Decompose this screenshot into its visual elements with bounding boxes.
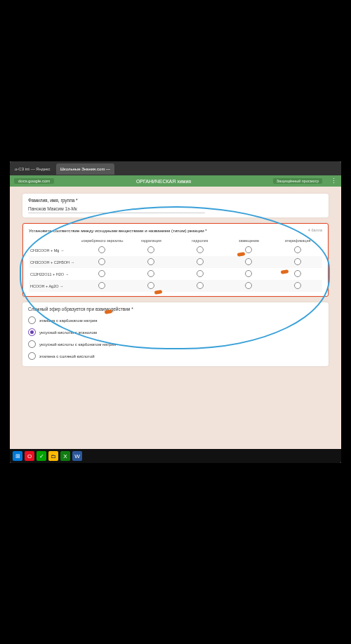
browser-tab-active[interactable]: Школьные Знания.com — [56, 163, 115, 175]
row-header: C12H22O11 + H2O → [29, 268, 78, 280]
radio-icon [28, 352, 36, 360]
radio-icon [28, 316, 36, 324]
row-header: CH3COOH + Mg → [29, 244, 78, 256]
address-bar: docs.google.com ОРГАНИЧЕСКАЯ химия Защищ… [10, 175, 341, 187]
name-card: Фамилия, имя, группа * [22, 194, 329, 217]
matrix-radio[interactable] [147, 282, 154, 289]
matrix-radio[interactable] [294, 270, 301, 277]
matrix-radio[interactable] [197, 282, 204, 289]
matrix-radio[interactable] [98, 258, 105, 265]
matrix-radio[interactable] [98, 270, 105, 277]
matrix-question: Установите соответствие между исходными … [29, 228, 322, 233]
radio-icon-selected [28, 328, 36, 336]
screenshot-region: о-С3 int — Яндекс Школьные Знания.com — … [10, 161, 341, 463]
name-label: Фамилия, имя, группа * [28, 198, 323, 203]
matrix-radio[interactable] [147, 258, 154, 265]
url-box[interactable]: docs.google.com [14, 178, 54, 184]
tab-label: о-С3 int — Яндекс [15, 167, 51, 171]
app-icon[interactable]: ✓ [37, 451, 46, 461]
matrix-radio[interactable] [147, 246, 154, 253]
q2-option[interactable]: уксусной кислоты с карбонатом натрия [28, 338, 323, 350]
tab-label: Школьные Знания.com — [60, 167, 111, 171]
folder-icon[interactable]: 🗀 [48, 451, 58, 461]
option-label: уксусной кислоты с карбонатом натрия [39, 342, 116, 347]
matrix-radio[interactable] [245, 246, 252, 253]
q2-option-selected[interactable]: уксусной кислоты с этанолом [28, 326, 323, 338]
taskbar: ⊞ O ✓ 🗀 X W [10, 449, 341, 463]
q2-option[interactable]: этанола с карбонатом натрия [28, 314, 323, 326]
option-label: этанола с карбонатом натрия [39, 318, 97, 323]
start-icon[interactable]: ⊞ [13, 451, 22, 461]
q2-question: Сложный эфир образуется при взаимодейств… [28, 307, 323, 311]
option-label: уксусной кислоты с этанолом [39, 330, 97, 335]
radio-icon [28, 340, 36, 348]
col-header: гидратация [126, 237, 176, 244]
q2-card: Сложный эфир образуется при взаимодейств… [22, 302, 329, 366]
name-input[interactable] [28, 205, 205, 213]
matrix-radio[interactable] [294, 258, 301, 265]
tab-strip: о-С3 int — Яндекс Школьные Знания.com — [10, 161, 341, 175]
matrix-radio[interactable] [294, 282, 301, 289]
form-title: ОРГАНИЧЕСКАЯ химия [54, 179, 272, 184]
matrix-radio[interactable] [245, 270, 252, 277]
menu-icon[interactable]: ⋮ [331, 177, 337, 185]
row-header: CH3COOH + C2H5OH → [29, 256, 78, 268]
col-header: этерификация [273, 237, 322, 244]
matrix-radio[interactable] [245, 282, 252, 289]
col-header: гидролиз [176, 237, 225, 244]
opera-icon[interactable]: O [25, 451, 34, 461]
matrix-radio[interactable] [197, 270, 204, 277]
matrix-radio[interactable] [98, 246, 105, 253]
col-header: «серебряного зеркала» [78, 237, 127, 244]
matrix-radio[interactable] [147, 270, 154, 277]
excel-icon[interactable]: X [60, 451, 70, 461]
matrix-table: «серебряного зеркала» гидратация гидроли… [29, 237, 322, 292]
matrix-card: Установите соответствие между исходными … [22, 223, 329, 297]
word-icon[interactable]: W [72, 451, 82, 461]
form-body: Фамилия, имя, группа * Установите соотве… [10, 187, 341, 379]
matrix-radio[interactable] [197, 258, 204, 265]
option-label: этилена с соляной кислотой [39, 354, 95, 358]
matrix-radio[interactable] [98, 282, 105, 289]
col-header: замещение [225, 237, 274, 244]
matrix-radio[interactable] [197, 246, 204, 253]
matrix-radio[interactable] [245, 258, 252, 265]
browser-tab[interactable]: о-С3 int — Яндекс [11, 163, 55, 175]
matrix-points: 4 балла [308, 228, 322, 232]
row-header: HCOOH + Ag2O → [29, 280, 78, 292]
matrix-radio[interactable] [294, 246, 301, 253]
security-badge: Защищённый просмотр [273, 178, 322, 184]
q2-option[interactable]: этилена с соляной кислотой [28, 350, 323, 362]
